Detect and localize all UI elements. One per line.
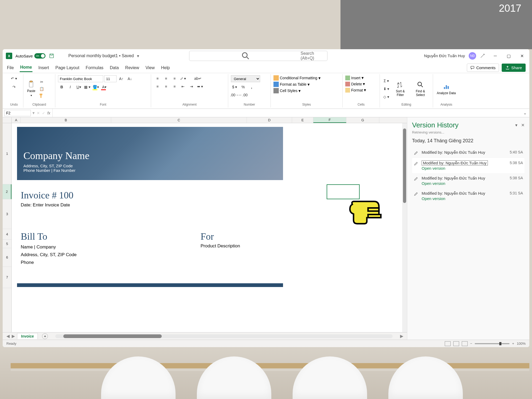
panel-options-icon[interactable]: ▾ [515, 123, 517, 128]
format-painter-button[interactable] [38, 93, 45, 99]
increase-font-icon[interactable]: A↑ [118, 76, 125, 82]
fx-icon[interactable]: fx [47, 111, 50, 115]
scroll-right-icon[interactable]: ▶ [400, 334, 403, 339]
tab-view[interactable]: View [145, 64, 155, 72]
insert-cells-button[interactable]: Insert ▾ [345, 75, 364, 80]
search-input[interactable]: Search (Alt+Q) [189, 51, 327, 61]
row-header-5[interactable]: 5 [3, 240, 11, 248]
align-center-icon[interactable]: ≡ [162, 83, 170, 90]
format-cells-button[interactable]: Format ▾ [345, 88, 366, 93]
cells-grid[interactable]: Company Name Address, City, ST, ZIP Code… [12, 123, 407, 332]
version-item[interactable]: Modified by: Nguyễn Đức Tuấn Huy Open ve… [412, 158, 525, 173]
tab-help[interactable]: Help [160, 64, 170, 72]
zoom-out-icon[interactable]: − [470, 342, 472, 346]
fill-color-button[interactable]: 🪣 ▾ [92, 84, 99, 90]
decrease-decimal-icon[interactable]: ←.00 [239, 92, 247, 98]
row-header-1[interactable]: 1 [3, 123, 11, 184]
tab-file[interactable]: File [6, 64, 14, 72]
normal-view-icon[interactable] [445, 341, 451, 346]
column-header-E[interactable]: E [292, 117, 313, 123]
tab-page-layout[interactable]: Page Layout [55, 64, 80, 72]
column-header-G[interactable]: G [346, 117, 379, 123]
format-as-table-button[interactable]: Format as Table ▾ [273, 82, 310, 87]
autosum-icon[interactable]: Σ ▾ [383, 78, 390, 84]
open-version-link[interactable]: Open version [422, 196, 506, 201]
font-size-select[interactable] [104, 75, 117, 82]
panel-close-icon[interactable]: ✕ [521, 123, 525, 128]
cancel-formula-icon[interactable]: ✕ [37, 111, 40, 115]
underline-button[interactable]: U ▾ [75, 84, 82, 90]
open-version-link[interactable]: Open version [422, 166, 506, 171]
wrap-text-icon[interactable]: ab↵ [194, 75, 202, 82]
bold-button[interactable]: B [58, 84, 65, 90]
open-version-link[interactable]: Open version [422, 181, 506, 186]
version-item[interactable]: Modified by: Nguyễn Đức Tuấn Huy 5:40 SA [412, 147, 525, 158]
mic-icon[interactable] [480, 53, 485, 59]
comments-button[interactable]: Comments [467, 64, 499, 72]
font-name-select[interactable] [58, 75, 103, 82]
enter-formula-icon[interactable]: ✓ [42, 111, 45, 115]
orientation-icon[interactable]: ⤢ ▾ [179, 75, 187, 82]
document-title[interactable]: Personal monthly budget1 • Saved [68, 53, 134, 58]
decrease-font-icon[interactable]: A↓ [126, 76, 134, 82]
column-header-B[interactable]: B [21, 117, 111, 123]
accounting-format-icon[interactable]: $ ▾ [231, 84, 238, 90]
align-right-icon[interactable]: ≡ [171, 83, 178, 90]
sort-filter-button[interactable]: AZ Sort & Filter [392, 80, 409, 98]
selected-cell-F2[interactable] [327, 184, 360, 199]
user-name[interactable]: Nguyễn Đức Tuấn Huy [424, 53, 465, 58]
sheet-tab-invoice[interactable]: Invoice [17, 333, 38, 339]
bill-to-body[interactable]: Name | Company Address, City, ST, ZIP Co… [21, 243, 77, 267]
copy-button[interactable]: 📋 [38, 86, 45, 92]
toggle-switch-icon[interactable]: On [34, 53, 45, 59]
for-header[interactable]: For [201, 231, 214, 242]
percent-format-icon[interactable]: % [239, 84, 247, 90]
close-button[interactable]: ✕ [518, 52, 526, 60]
align-bottom-icon[interactable]: ≡ [171, 75, 178, 82]
borders-button[interactable]: ▦ ▾ [84, 84, 91, 90]
column-header-F[interactable]: F [313, 117, 346, 123]
invoice-date[interactable]: Date: Enter Invoice Date [21, 202, 70, 208]
select-all-corner[interactable] [3, 117, 12, 123]
italic-button[interactable]: I [66, 84, 74, 90]
column-header-A[interactable]: A [12, 117, 21, 123]
sheet-nav-prev-icon[interactable]: ◀ [6, 334, 10, 339]
tab-home[interactable]: Home [20, 63, 32, 72]
row-header-3[interactable]: 3 [3, 199, 11, 229]
avatar[interactable]: NĐ [469, 52, 476, 60]
name-box[interactable] [4, 110, 31, 116]
formula-input[interactable] [52, 109, 521, 117]
cut-button[interactable]: ✂ [38, 79, 45, 85]
align-middle-icon[interactable]: ≡ [162, 75, 170, 82]
add-sheet-button[interactable]: + [42, 333, 48, 339]
minimize-button[interactable]: ─ [491, 52, 500, 60]
invoice-number[interactable]: Invoice # 100 [21, 190, 73, 201]
row-header-2[interactable]: 2 [3, 184, 11, 199]
paste-button[interactable]: Paste ▾ [26, 80, 36, 98]
save-icon[interactable] [49, 53, 55, 59]
font-color-button[interactable]: A ▾ [101, 84, 108, 90]
clear-icon[interactable]: ◇ ▾ [383, 94, 390, 100]
page-layout-view-icon[interactable] [453, 341, 459, 346]
zoom-level[interactable]: 100% [517, 342, 526, 346]
column-header-D[interactable]: D [247, 117, 292, 123]
sheet-nav-next-icon[interactable]: ▶ [12, 334, 15, 339]
document-dropdown-icon[interactable]: ▾ [137, 53, 139, 59]
autosave-toggle[interactable]: AutoSave On [15, 53, 45, 59]
tab-formulas[interactable]: Formulas [85, 64, 104, 72]
vertical-scrollbar[interactable] [402, 123, 407, 332]
page-break-view-icon[interactable] [462, 341, 468, 346]
version-item[interactable]: Modified by: Nguyễn Đức Tuấn Huy Open ve… [412, 188, 525, 203]
tab-insert[interactable]: Insert [38, 64, 49, 72]
share-button[interactable]: Share [502, 64, 526, 72]
increase-indent-icon[interactable]: ⇥ [188, 83, 195, 90]
tab-data[interactable]: Data [109, 64, 119, 72]
expand-formula-bar-icon[interactable]: ⌄ [521, 110, 529, 115]
number-format-select[interactable]: General [231, 75, 260, 82]
increase-decimal-icon[interactable]: .00→ [231, 92, 238, 98]
merge-center-icon[interactable]: ⬌ ▾ [196, 83, 204, 90]
conditional-formatting-button[interactable]: Conditional Formatting ▾ [273, 75, 321, 81]
tab-review[interactable]: Review [125, 64, 140, 72]
redo-button[interactable]: ↷ [10, 84, 18, 90]
align-left-icon[interactable]: ≡ [154, 83, 161, 90]
